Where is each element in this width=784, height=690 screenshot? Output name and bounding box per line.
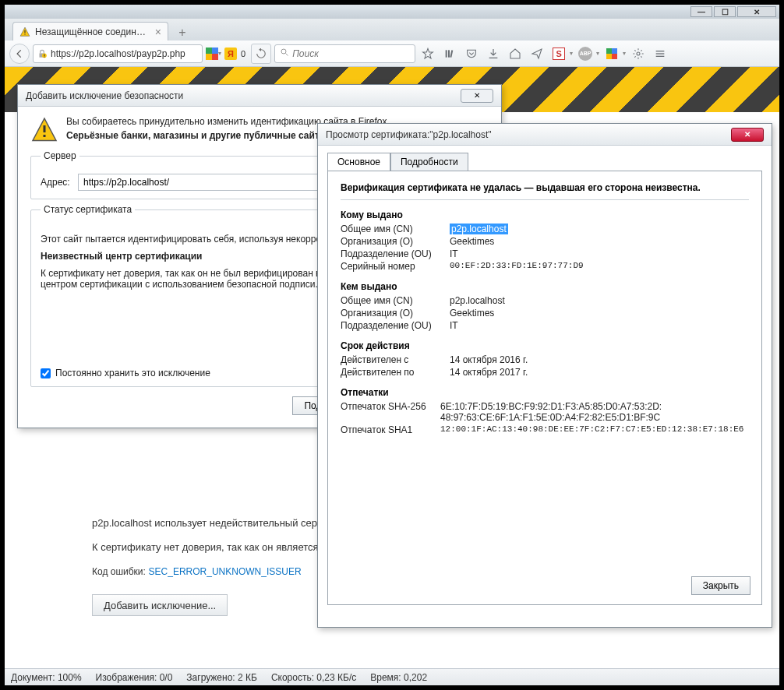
status-bar: Документ: 100% Изображения: 0/0 Загружен… [5,668,779,685]
close-button[interactable]: Закрыть [691,576,750,595]
tab-title: Незащищённое соединен... [35,26,150,37]
status-time: Время: 0,202 [370,672,427,683]
verify-fail-text: Верификация сертификата не удалась — выд… [341,182,749,200]
svg-rect-5 [44,54,44,55]
tab-strip: Незащищённое соединен... × + [5,19,779,40]
address-bar[interactable] [33,44,203,63]
bookmark-star-icon[interactable] [418,44,437,63]
svg-rect-17 [44,125,46,132]
svg-rect-9 [446,50,447,57]
yandex-extension-icon[interactable]: Я0 [224,48,248,60]
dialog-title: Добавить исключение безопасности [26,90,461,101]
browser-tab[interactable]: Незащищённое соединен... × [12,22,168,40]
pocket-icon[interactable] [462,44,481,63]
issued-to-o: Geektimes [450,236,494,247]
issued-by-heading: Кем выдано [341,281,749,292]
reload-button[interactable] [251,44,271,64]
downloads-icon[interactable] [484,44,503,63]
hamburger-menu-icon[interactable] [651,44,669,63]
search-icon [280,48,289,59]
valid-to: 14 октября 2017 г. [450,367,528,378]
issued-to-heading: Кому выдано [341,209,749,220]
url-input[interactable] [51,48,199,59]
status-images: Изображения: 0/0 [96,672,173,683]
permanent-store-label: Постоянно хранить это исключение [55,368,210,378]
dropdown-caret-icon[interactable]: ▾ [596,50,599,57]
insecure-lock-icon [37,48,48,59]
svg-rect-18 [44,135,46,137]
status-doc: Документ: 100% [11,672,82,683]
stylish-extension-icon[interactable]: S [549,44,568,63]
status-speed: Скорость: 0,23 КБ/с [271,672,356,683]
search-bar[interactable] [274,44,415,63]
fingerprints-heading: Отпечатки [341,387,749,398]
svg-point-12 [637,52,640,55]
window-minimize-button[interactable]: — [690,6,712,17]
warning-icon [19,26,30,37]
back-button[interactable] [9,44,30,64]
issued-by-ou: IT [450,320,458,331]
svg-point-7 [281,49,286,54]
tab-details[interactable]: Подробности [390,153,468,171]
cert-status-legend: Статус сертификата [41,204,135,215]
new-tab-button[interactable]: + [173,25,192,40]
library-icon[interactable] [440,44,459,63]
issued-to-cn[interactable]: p2p.localhost [450,224,508,234]
window-titlebar: — ☐ ✕ [5,5,779,19]
search-input[interactable] [292,48,410,59]
send-icon[interactable] [528,44,546,63]
svg-rect-1 [24,30,25,33]
sha256-fingerprint: 6E:10:7F:D5:19:BC:F9:92:D1:F3:A5:85:D0:A… [440,401,662,423]
serial-number: 00:EF:2D:33:FD:1E:97:77:D9 [450,261,584,272]
cert-general-pane: Верификация сертификата не удалась — выд… [327,171,762,605]
cert-tabs: Основное Подробности [327,152,772,171]
gear-icon[interactable] [629,44,648,63]
error-code[interactable]: SEC_ERROR_UNKNOWN_ISSUER [149,566,302,577]
server-legend: Сервер [41,150,79,161]
permanent-store-checkbox[interactable] [41,368,51,378]
dialog-titlebar: Просмотр сертификата:"p2p.localhost" ✕ [318,124,772,146]
status-loaded: Загружено: 2 КБ [186,672,257,683]
dialog-title: Просмотр сертификата:"p2p.localhost" [326,129,731,140]
nav-toolbar: ▾ Я0 S ▾ ABP ▾ ▾ [5,40,779,67]
adblock-extension-icon[interactable]: ABP [576,44,595,63]
home-icon[interactable] [506,44,524,63]
dialog-close-button[interactable]: ✕ [731,128,764,142]
issued-to-ou: IT [450,248,458,259]
cert-viewer-dialog: Просмотр сертификата:"p2p.localhost" ✕ О… [317,123,772,628]
add-exception-button[interactable]: Добавить исключение... [92,594,228,616]
tab-close-icon[interactable]: × [155,26,161,38]
svg-rect-6 [44,56,44,57]
issued-by-cn: p2p.localhost [450,295,505,306]
dialog-close-button[interactable]: ✕ [461,89,493,103]
sha1-fingerprint: 12:00:1F:AC:13:40:98:DE:EE:7F:C2:F7:C7:E… [440,424,743,434]
validity-heading: Срок действия [341,340,749,351]
svg-rect-11 [450,50,454,58]
svg-rect-2 [24,33,25,34]
warning-icon [30,116,58,144]
tab-general[interactable]: Основное [327,153,390,171]
translate-extension-icon[interactable] [602,44,621,63]
dialog-titlebar: Добавить исключение безопасности ✕ [18,85,501,107]
window-close-button[interactable]: ✕ [737,6,776,17]
issued-by-o: Geektimes [450,308,494,319]
svg-rect-10 [448,50,450,57]
svg-line-8 [286,54,288,56]
google-extension-icon[interactable]: ▾ [206,48,221,60]
valid-from: 14 октября 2016 г. [450,354,528,365]
address-label: Адрес: [41,177,73,188]
dropdown-caret-icon[interactable]: ▾ [570,50,573,57]
window-maximize-button[interactable]: ☐ [714,6,736,17]
dropdown-caret-icon[interactable]: ▾ [623,50,626,57]
